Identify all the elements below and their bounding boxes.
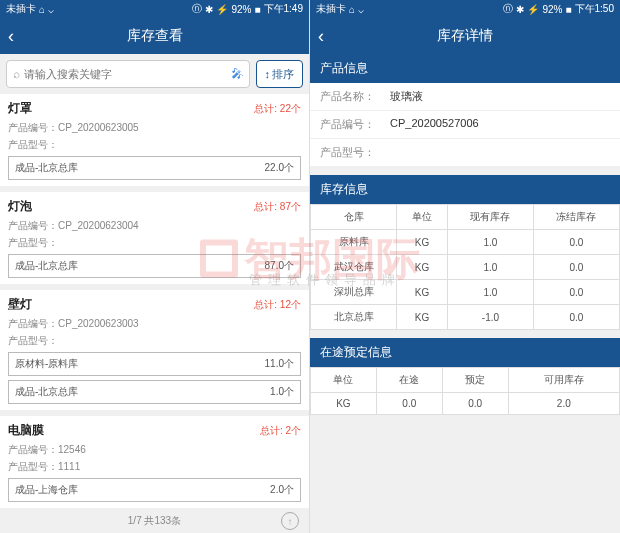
table-header: 仓库: [311, 205, 397, 230]
pager: 1/7 共133条 ↑: [0, 509, 309, 533]
scroll-top-icon[interactable]: ↑: [281, 512, 299, 530]
transit-table: 单位在途预定可用库存KG0.00.02.0: [310, 367, 620, 415]
table-header: 可用库存: [508, 368, 619, 393]
item-total: 总计: 12个: [254, 298, 301, 312]
table-header: 单位: [311, 368, 377, 393]
item-name: 灯罩: [8, 100, 32, 117]
item-total: 总计: 22个: [254, 102, 301, 116]
table-row: 深圳总库KG1.00.0: [311, 280, 620, 305]
item-name: 灯泡: [8, 198, 32, 215]
stock-row: 成品-北京总库22.0个: [8, 156, 301, 180]
table-row: KG0.00.02.0: [311, 393, 620, 415]
section-stock-info: 库存信息: [310, 175, 620, 204]
header: ‹ 库存查看: [0, 18, 309, 54]
table-header: 预定: [442, 368, 508, 393]
detail-content[interactable]: 产品信息 产品名称：玻璃液 产品编号：CP_20200527006 产品型号： …: [310, 54, 620, 533]
phone-inventory-detail: 未插卡⌂⌵ ⓝ✱⚡92%■下午1:50 ‹ 库存详情 产品信息 产品名称：玻璃液…: [310, 0, 620, 533]
stock-row: 成品-上海仓库2.0个: [8, 478, 301, 502]
item-code: 产品编号：12546: [8, 443, 301, 457]
table-header: 冻结库存: [533, 205, 619, 230]
item-total: 总计: 2个: [260, 424, 301, 438]
table-header: 现有库存: [447, 205, 533, 230]
back-icon[interactable]: ‹: [8, 26, 14, 47]
section-transit-info: 在途预定信息: [310, 338, 620, 367]
table-row: 原料库KG1.00.0: [311, 230, 620, 255]
item-model: 产品型号：: [8, 236, 301, 250]
item-code: 产品编号：CP_20200623003: [8, 317, 301, 331]
back-icon[interactable]: ‹: [318, 26, 324, 47]
item-name: 壁灯: [8, 296, 32, 313]
page-title: 库存详情: [437, 27, 493, 45]
item-model: 产品型号：1111: [8, 460, 301, 474]
section-product-info: 产品信息: [310, 54, 620, 83]
search-box[interactable]: ⌕ 🎤︎: [6, 60, 250, 88]
table-header: 单位: [397, 205, 448, 230]
product-model-row: 产品型号：: [310, 139, 620, 167]
item-code: 产品编号：CP_20200623005: [8, 121, 301, 135]
sort-button[interactable]: ↕排序: [256, 60, 304, 88]
stock-row: 成品-北京总库1.0个: [8, 380, 301, 404]
table-row: 武汉仓库KG1.00.0: [311, 255, 620, 280]
item-name: 电脑膜: [8, 422, 44, 439]
header: ‹ 库存详情: [310, 18, 620, 54]
mic-icon[interactable]: 🎤︎: [231, 67, 243, 81]
product-name-row: 产品名称：玻璃液: [310, 83, 620, 111]
inventory-card[interactable]: 灯泡总计: 87个 产品编号：CP_20200623004 产品型号：成品-北京…: [0, 192, 309, 284]
stock-row: 成品-北京总库87.0个: [8, 254, 301, 278]
stock-table: 仓库单位现有库存冻结库存原料库KG1.00.0武汉仓库KG1.00.0深圳总库K…: [310, 204, 620, 330]
product-code-row: 产品编号：CP_20200527006: [310, 111, 620, 139]
inventory-card[interactable]: 壁灯总计: 12个 产品编号：CP_20200623003 产品型号：原材料-原…: [0, 290, 309, 410]
inventory-card[interactable]: 电脑膜总计: 2个 产品编号：12546 产品型号：1111成品-上海仓库2.0…: [0, 416, 309, 508]
search-row: ⌕ 🎤︎ ↕排序: [0, 54, 309, 94]
search-icon: ⌕: [13, 67, 20, 81]
inventory-card[interactable]: 灯罩总计: 22个 产品编号：CP_20200623005 产品型号：成品-北京…: [0, 94, 309, 186]
status-bar: 未插卡⌂⌵ ⓝ✱⚡92%■下午1:49: [0, 0, 309, 18]
item-code: 产品编号：CP_20200623004: [8, 219, 301, 233]
item-model: 产品型号：: [8, 334, 301, 348]
stock-row: 原材料-原料库11.0个: [8, 352, 301, 376]
phone-inventory-list: 未插卡⌂⌵ ⓝ✱⚡92%■下午1:49 ‹ 库存查看 ⌕ 🎤︎ ↕排序 灯罩总计…: [0, 0, 310, 533]
table-row: 北京总库KG-1.00.0: [311, 305, 620, 330]
page-title: 库存查看: [127, 27, 183, 45]
item-model: 产品型号：: [8, 138, 301, 152]
item-total: 总计: 87个: [254, 200, 301, 214]
status-bar: 未插卡⌂⌵ ⓝ✱⚡92%■下午1:50: [310, 0, 620, 18]
table-header: 在途: [376, 368, 442, 393]
search-input[interactable]: [24, 68, 231, 80]
list-content[interactable]: 灯罩总计: 22个 产品编号：CP_20200623005 产品型号：成品-北京…: [0, 94, 309, 509]
